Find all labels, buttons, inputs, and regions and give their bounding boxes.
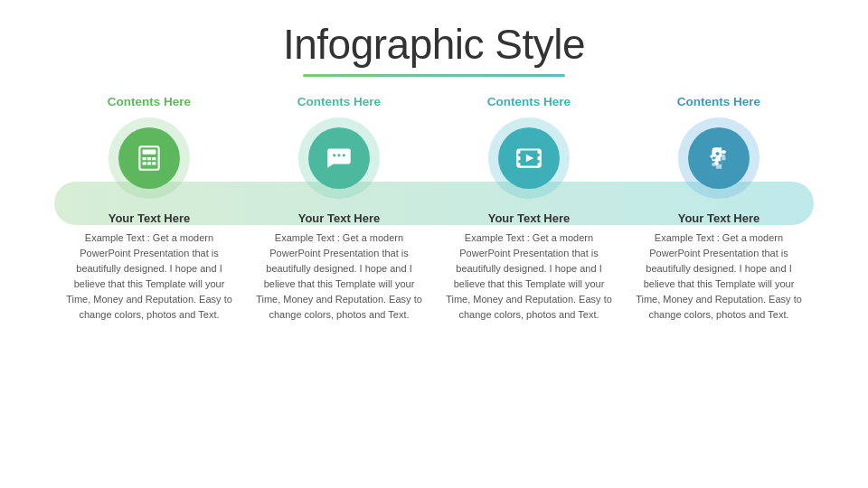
col3-heading: Your Text Here xyxy=(443,211,615,225)
content-area: Contents Here Yo xyxy=(0,86,868,323)
col3-contents-label: Contents Here xyxy=(487,95,571,108)
col2-heading: Your Text Here xyxy=(253,211,425,225)
film-icon xyxy=(514,143,544,174)
col1-icon-outer xyxy=(108,117,190,199)
svg-rect-12 xyxy=(517,149,520,153)
col3-icon-inner xyxy=(498,127,560,189)
svg-rect-15 xyxy=(538,149,541,153)
svg-rect-16 xyxy=(538,156,541,160)
col1-icon-inner xyxy=(118,127,180,189)
column-3: Contents Here Yo xyxy=(434,95,624,323)
col4-body: Example Text : Get a modern PowerPoint P… xyxy=(633,230,805,323)
title-area: Infographic Style xyxy=(0,0,868,77)
svg-rect-4 xyxy=(152,157,156,160)
col1-contents-label: Contents Here xyxy=(108,95,191,108)
slide-title: Infographic Style xyxy=(0,20,868,69)
puzzle-icon xyxy=(703,143,734,174)
col1-body: Example Text : Get a modern PowerPoint P… xyxy=(63,230,235,323)
col2-body: Example Text : Get a modern PowerPoint P… xyxy=(253,230,425,323)
svg-rect-2 xyxy=(143,157,146,160)
slide: Infographic Style Contents Here xyxy=(0,0,868,488)
col2-contents-label: Contents Here xyxy=(297,95,381,108)
title-underline xyxy=(303,74,565,77)
col2-text-section: Your Text Here Example Text : Get a mode… xyxy=(253,211,425,323)
col2-icon-outer xyxy=(298,117,380,199)
col4-icon-outer xyxy=(678,117,760,199)
col3-text-section: Your Text Here Example Text : Get a mode… xyxy=(443,211,615,323)
svg-rect-7 xyxy=(152,162,156,164)
col4-icon-inner xyxy=(688,127,750,189)
col3-icon-outer xyxy=(488,117,570,199)
col3-body: Example Text : Get a modern PowerPoint P… xyxy=(443,230,615,323)
svg-point-10 xyxy=(343,154,345,156)
svg-rect-17 xyxy=(538,163,541,166)
col4-contents-label: Contents Here xyxy=(677,95,760,108)
svg-rect-14 xyxy=(517,163,520,166)
svg-point-9 xyxy=(337,154,340,156)
calculator-icon xyxy=(134,143,165,174)
svg-rect-6 xyxy=(147,162,151,164)
svg-marker-18 xyxy=(526,155,534,163)
svg-point-8 xyxy=(333,154,335,156)
col4-heading: Your Text Here xyxy=(633,211,805,225)
svg-rect-13 xyxy=(517,156,520,160)
svg-rect-1 xyxy=(143,149,156,154)
col1-heading: Your Text Here xyxy=(63,211,235,225)
col2-icon-inner xyxy=(308,127,370,189)
svg-rect-3 xyxy=(147,157,151,160)
column-1: Contents Here Yo xyxy=(54,95,244,323)
svg-rect-5 xyxy=(143,162,146,164)
col4-text-section: Your Text Here Example Text : Get a mode… xyxy=(633,211,805,323)
column-2: Contents Here Your Text Here Example Tex… xyxy=(244,95,434,323)
col1-text-section: Your Text Here Example Text : Get a mode… xyxy=(63,211,235,323)
chat-icon xyxy=(324,143,354,174)
column-4: Contents Here Your Text Here Example Tex… xyxy=(624,95,814,323)
